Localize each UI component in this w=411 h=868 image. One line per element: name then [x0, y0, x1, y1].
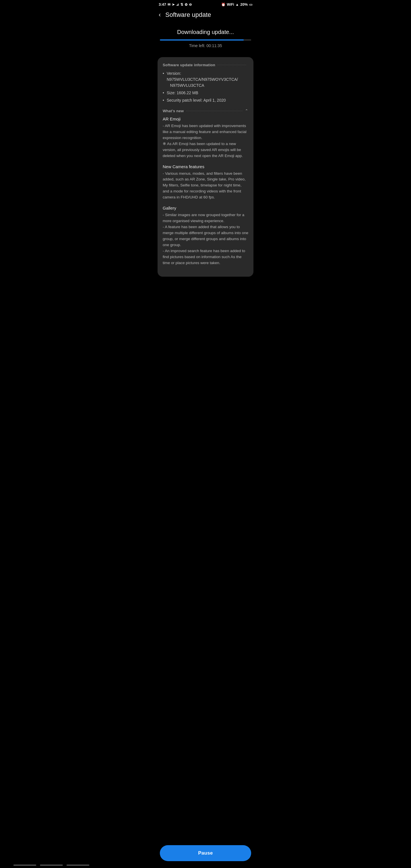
- size-info: Size: 1606.22 MB: [163, 90, 248, 96]
- dnd-icon: ⊖: [189, 3, 192, 6]
- settings-icon: ✿: [185, 3, 188, 6]
- gmail-icon: ✉: [167, 3, 170, 6]
- info-card: Software update information Version: N97…: [158, 57, 253, 277]
- camera-features-block: New Camera features - Various menus, mod…: [163, 164, 248, 201]
- sync-icon: ⇅: [180, 3, 183, 6]
- navigation-icon: ➤: [172, 3, 175, 6]
- update-info-title: Software update information: [163, 63, 215, 67]
- gallery-block: Gallery - Similar images are now grouped…: [163, 206, 248, 266]
- whats-new-header: What's new ⌃: [163, 108, 248, 113]
- alarm-icon: ⏰: [221, 3, 225, 6]
- battery-icon: ▭: [249, 3, 252, 6]
- navigation2-icon: ⊿: [176, 3, 179, 6]
- back-button[interactable]: ‹: [159, 12, 161, 18]
- update-info-list: Version: N975WVLU3CTCA/N975WOYV3CTCA/ N9…: [163, 70, 248, 103]
- camera-features-title: New Camera features: [163, 164, 248, 169]
- header: ‹ Software update: [154, 8, 257, 22]
- security-patch-info: Security patch level: April 1, 2020: [163, 97, 248, 103]
- chevron-up-icon[interactable]: ⌃: [245, 108, 248, 113]
- ar-emoji-desc: - AR Emoji has been updated with improve…: [163, 123, 248, 159]
- whats-new-dots: [186, 111, 243, 111]
- time-left-label: Time left: 00:11:35: [160, 43, 251, 48]
- progress-bar-fill: [160, 39, 244, 40]
- signal-icon: ▲: [235, 3, 239, 6]
- download-section: Downloading update... Time left: 00:11:3…: [154, 22, 257, 52]
- whats-new-title: What's new: [163, 109, 184, 113]
- battery-display: 20%: [240, 2, 248, 6]
- wifi-icon: WiFi: [227, 3, 234, 6]
- status-bar: 3:47 ✉ ➤ ⊿ ⇅ ✿ ⊖ ⏰ WiFi ▲ 20% ▭: [154, 0, 257, 8]
- ar-emoji-title: AR Emoji: [163, 117, 248, 121]
- gallery-title: Gallery: [163, 206, 248, 211]
- update-info-dots: [218, 65, 246, 65]
- ar-emoji-block: AR Emoji - AR Emoji has been updated wit…: [163, 117, 248, 159]
- camera-features-desc: - Various menus, modes, and filters have…: [163, 171, 248, 201]
- status-bar-left: 3:47 ✉ ➤ ⊿ ⇅ ✿ ⊖: [159, 2, 192, 6]
- downloading-status: Downloading update...: [160, 29, 251, 35]
- time-display: 3:47: [159, 2, 166, 6]
- version-info: Version: N975WVLU3CTCA/N975WOYV3CTCA/ N9…: [163, 70, 248, 89]
- page-title: Software update: [165, 11, 211, 19]
- update-info-header: Software update information: [163, 63, 248, 67]
- progress-bar-container: [160, 39, 251, 40]
- status-bar-right: ⏰ WiFi ▲ 20% ▭: [221, 2, 252, 6]
- whats-new-content: AR Emoji - AR Emoji has been updated wit…: [163, 117, 248, 266]
- gallery-desc: - Similar images are now grouped togethe…: [163, 212, 248, 266]
